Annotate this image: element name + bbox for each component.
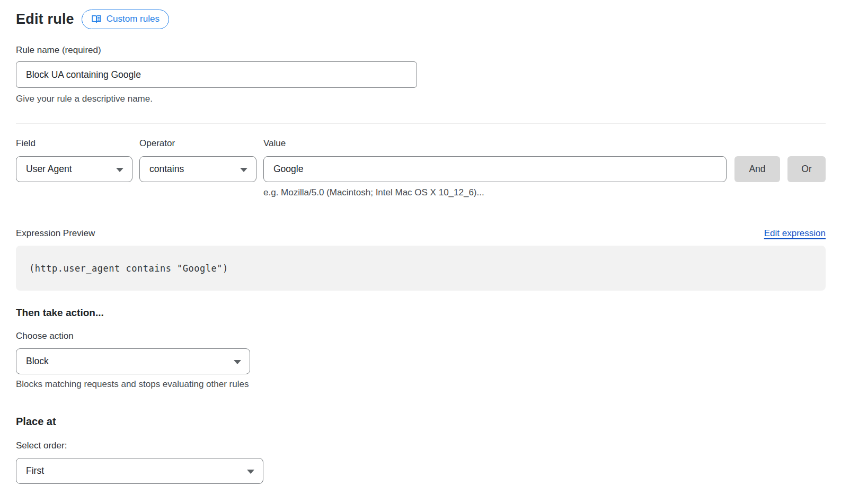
rule-name-helper: Give your rule a descriptive name. — [16, 94, 826, 104]
value-input[interactable] — [263, 156, 727, 182]
action-select[interactable]: Block — [16, 348, 250, 374]
expression-preview-box: (http.user_agent contains "Google") — [16, 246, 826, 291]
and-button[interactable]: And — [734, 156, 780, 182]
placement-section: Place at Select order: First — [16, 416, 826, 484]
chevron-down-icon — [116, 168, 123, 172]
chevron-down-icon — [240, 168, 247, 172]
edit-expression-link[interactable]: Edit expression — [764, 228, 826, 239]
order-select-value: First — [26, 465, 44, 476]
order-select[interactable]: First — [16, 458, 263, 484]
chevron-down-icon — [247, 470, 254, 474]
field-select-value: User Agent — [26, 164, 72, 175]
action-select-value: Block — [26, 356, 49, 367]
select-order-label: Select order: — [16, 440, 826, 452]
action-helper: Blocks matching requests and stops evalu… — [16, 379, 826, 390]
edit-rule-page: Edit rule Custom rules Rule name (requir… — [0, 0, 841, 504]
operator-label: Operator — [139, 138, 263, 149]
expression-preview-label: Expression Preview — [16, 228, 95, 239]
place-at-heading: Place at — [16, 416, 826, 428]
page-title: Edit rule — [16, 11, 74, 28]
action-section: Then take action... Choose action Block … — [16, 307, 826, 390]
condition-row: User Agent contains And Or — [16, 156, 826, 182]
open-book-icon — [91, 14, 102, 24]
field-select[interactable]: User Agent — [16, 156, 132, 182]
action-heading: Then take action... — [16, 307, 826, 319]
section-divider — [16, 123, 826, 123]
value-label: Value — [263, 138, 286, 149]
page-header: Edit rule Custom rules — [16, 8, 826, 30]
chevron-down-icon — [234, 360, 241, 364]
condition-labels-row: Field Operator Value — [16, 138, 826, 149]
custom-rules-docs-button[interactable]: Custom rules — [82, 10, 169, 29]
rule-name-label: Rule name (required) — [16, 44, 826, 56]
custom-rules-button-label: Custom rules — [107, 14, 160, 24]
operator-select-value: contains — [149, 164, 184, 175]
rule-name-section: Rule name (required) Give your rule a de… — [16, 44, 826, 104]
choose-action-label: Choose action — [16, 330, 826, 342]
expression-header: Expression Preview Edit expression — [16, 228, 826, 239]
field-label: Field — [16, 138, 139, 149]
or-button[interactable]: Or — [787, 156, 826, 182]
expression-code: (http.user_agent contains "Google") — [29, 263, 228, 274]
operator-select[interactable]: contains — [139, 156, 256, 182]
rule-name-input[interactable] — [16, 61, 417, 88]
value-helper: e.g. Mozilla/5.0 (Macintosh; Intel Mac O… — [263, 187, 826, 198]
